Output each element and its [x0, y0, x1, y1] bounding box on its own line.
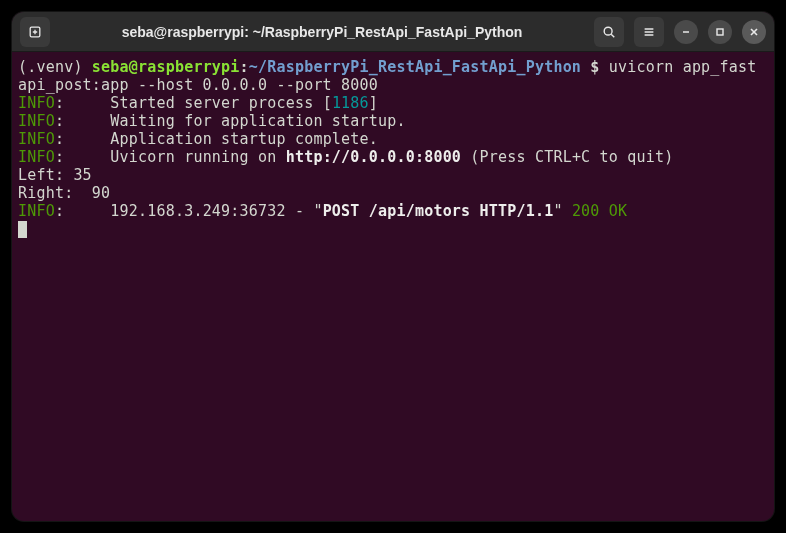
- output-right: Right: 90: [18, 184, 768, 202]
- titlebar: seba@raspberrypi: ~/RaspberryPi_RestApi_…: [12, 12, 774, 52]
- minimize-button[interactable]: [674, 20, 698, 44]
- http-status: 200 OK: [572, 202, 627, 220]
- maximize-button[interactable]: [708, 20, 732, 44]
- log-text: ]: [369, 94, 378, 112]
- log-text: Waiting for application startup.: [110, 112, 405, 130]
- prompt-dollar: $: [590, 58, 608, 76]
- log-line-4: INFO: Uvicorn running on http://0.0.0.0:…: [18, 148, 768, 166]
- new-tab-button[interactable]: [20, 17, 50, 47]
- log-text: Uvicorn running on: [110, 148, 285, 166]
- svg-rect-9: [717, 29, 723, 35]
- prompt-line-2: api_post:app --host 0.0.0.0 --port 8000: [18, 76, 768, 94]
- log-line-2: INFO: Waiting for application startup.: [18, 112, 768, 130]
- log-sep: :: [55, 202, 110, 220]
- log-line-1: INFO: Started server process [1186]: [18, 94, 768, 112]
- log-text: (Press CTRL+C to quit): [461, 148, 673, 166]
- svg-line-4: [611, 34, 614, 37]
- log-sep: :: [55, 112, 110, 130]
- menu-button[interactable]: [634, 17, 664, 47]
- terminal-output[interactable]: (.venv) seba@raspberrypi:~/RaspberryPi_R…: [12, 52, 774, 521]
- log-text: Started server process [: [110, 94, 332, 112]
- window-title: seba@raspberrypi: ~/RaspberryPi_RestApi_…: [56, 24, 588, 40]
- cursor-line: [18, 220, 768, 238]
- search-button[interactable]: [594, 17, 624, 47]
- http-request: POST /api/motors HTTP/1.1: [323, 202, 554, 220]
- minimize-icon: [681, 27, 691, 37]
- terminal-window: seba@raspberrypi: ~/RaspberryPi_RestApi_…: [12, 12, 774, 521]
- new-tab-icon: [28, 25, 42, 39]
- command-text: uvicorn app_fast: [609, 58, 757, 76]
- cwd-path: ~/RaspberryPi_RestApi_FastApi_Python: [249, 58, 591, 76]
- hamburger-icon: [642, 25, 656, 39]
- info-label: INFO: [18, 202, 55, 220]
- process-id: 1186: [332, 94, 369, 112]
- log-sep: :: [55, 148, 110, 166]
- log-sep: :: [55, 130, 110, 148]
- maximize-icon: [715, 27, 725, 37]
- log-line-request: INFO: 192.168.3.249:36732 - "POST /api/m…: [18, 202, 768, 220]
- cursor: [18, 221, 27, 238]
- colon: :: [240, 58, 249, 76]
- client-ip: 192.168.3.249:36732 - ": [110, 202, 322, 220]
- titlebar-left: [20, 17, 50, 47]
- log-sep: :: [55, 94, 110, 112]
- info-label: INFO: [18, 94, 55, 112]
- server-url: http://0.0.0.0:8000: [286, 148, 461, 166]
- prompt-line-1: (.venv) seba@raspberrypi:~/RaspberryPi_R…: [18, 58, 768, 76]
- output-left: Left: 35: [18, 166, 768, 184]
- quote: ": [553, 202, 571, 220]
- venv-prefix: (.venv): [18, 58, 92, 76]
- command-text-cont: api_post:app --host 0.0.0.0 --port 8000: [18, 76, 378, 94]
- svg-point-3: [604, 27, 612, 35]
- search-icon: [602, 25, 616, 39]
- info-label: INFO: [18, 148, 55, 166]
- log-text: Application startup complete.: [110, 130, 378, 148]
- titlebar-right: [594, 17, 766, 47]
- info-label: INFO: [18, 130, 55, 148]
- user-host: seba@raspberrypi: [92, 58, 240, 76]
- info-label: INFO: [18, 112, 55, 130]
- log-line-3: INFO: Application startup complete.: [18, 130, 768, 148]
- close-button[interactable]: [742, 20, 766, 44]
- close-icon: [749, 27, 759, 37]
